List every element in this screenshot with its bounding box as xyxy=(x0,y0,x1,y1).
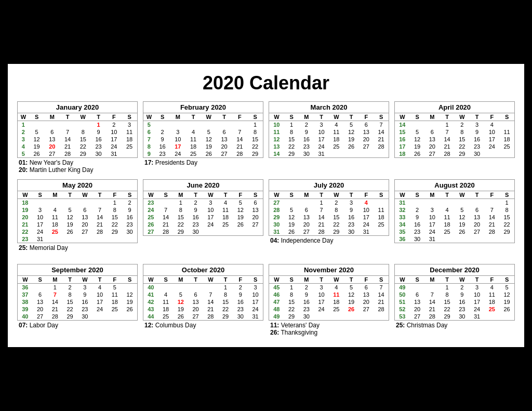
table-row: 19 3456789 xyxy=(18,206,137,214)
table-row: 31 1 xyxy=(395,199,514,207)
table-row: 5 1 xyxy=(143,121,263,129)
table-row: 10 1234567 xyxy=(269,121,389,129)
table-row: 52 20212223242526 xyxy=(395,306,514,313)
table-row: 14 293031 xyxy=(269,150,389,157)
table-row: 38 13141516171819 xyxy=(18,298,137,306)
table-row: 31 262728293031 xyxy=(269,228,389,235)
holiday-day: 12 xyxy=(178,299,184,305)
month-title-december: December 2020 xyxy=(395,264,514,275)
table-row: 5 26 27 28 29 30 31 xyxy=(18,150,137,157)
month-title-may: May 2020 xyxy=(18,180,137,191)
month-title-september: September 2020 xyxy=(18,264,137,275)
table-row: 23 31 xyxy=(18,235,137,243)
table-row: 25 14151617181920 xyxy=(143,214,263,221)
notes-march xyxy=(269,158,389,175)
table-row: 27 1234 xyxy=(269,199,389,207)
table-row: 23 123456 xyxy=(143,199,263,207)
holiday-day: 25 xyxy=(52,229,58,235)
table-row: 21 17181920212223 xyxy=(18,221,137,228)
month-title-january: January 2020 xyxy=(18,102,137,113)
table-row: 42 11121314151617 xyxy=(143,298,263,306)
holiday-day: 26 xyxy=(348,306,354,312)
header-t: T xyxy=(60,113,75,121)
table-row: 32 2345678 xyxy=(395,206,514,214)
month-title-february: February 2020 xyxy=(143,102,263,113)
table-row: 15 567891011 xyxy=(395,128,514,136)
notes-december: 25: Christmas Day xyxy=(394,321,515,330)
table-row: 18 12 xyxy=(18,199,137,207)
month-june: June 2020 WSMTWTFS 23 123456 24 xyxy=(143,179,263,260)
month-july: July 2020 WSMTWTFS 27 1234 28 xyxy=(269,179,389,260)
table-row: 9 23242526272829 xyxy=(143,150,263,157)
notes-january: 01: New Year's Day 20: Martin Luther Kin… xyxy=(17,158,138,175)
month-title-november: November 2020 xyxy=(269,264,389,275)
notes-july: 04: Independence Day xyxy=(269,236,389,246)
month-title-june: June 2020 xyxy=(143,180,263,191)
table-row: 4 19 20 21 22 23 24 25 xyxy=(18,143,137,150)
table-row: 35 23242526272829 xyxy=(395,228,514,235)
table-row: 46 891011121314 xyxy=(269,291,389,298)
month-title-october: October 2020 xyxy=(143,264,263,275)
table-row: 49 2930 xyxy=(269,313,389,320)
header-m: M xyxy=(44,113,60,121)
month-february: February 2020 WSMTWTFS 5 1 xyxy=(143,101,263,175)
table-row: 43 18192021222324 xyxy=(143,306,263,313)
table-row: 6 2345678 xyxy=(143,128,263,136)
table-row: 30 19202122232425 xyxy=(269,221,389,228)
header-f: F xyxy=(106,113,122,121)
month-august: August 2020 WSMTWTFS 31 1 32 xyxy=(394,179,515,260)
table-row: 2 5 6 7 8 9 10 11 xyxy=(18,128,137,136)
table-row: 48 22232425262728 xyxy=(269,306,389,313)
table-row: 40 27282930 xyxy=(18,313,137,320)
table-row: 50 6789101112 xyxy=(395,291,514,298)
month-september: September 2020 WSMTWTFS 36 12345 xyxy=(17,264,138,338)
holiday-day: 7 xyxy=(54,291,57,298)
table-row: 37 6789101112 xyxy=(18,291,137,298)
notes-october: 12: Columbus Day xyxy=(143,321,263,330)
table-row: 11 891011121314 xyxy=(269,128,389,136)
notes-april xyxy=(394,158,515,175)
table-row: 36 3031 xyxy=(395,235,514,243)
table-row: 3 12 13 14 15 16 17 18 xyxy=(18,136,137,143)
table-row: 13 22232425262728 xyxy=(269,143,389,150)
calendar-page: 2020 Calendar January 2020 W S M T W T F xyxy=(6,62,526,349)
header-w: W xyxy=(18,113,29,121)
table-row: 41 45678910 xyxy=(143,291,263,298)
month-title-march: March 2020 xyxy=(269,102,389,113)
holiday-day: 11 xyxy=(333,291,339,298)
table-row: 39 20212223242526 xyxy=(18,306,137,313)
notes-september: 07: Labor Day xyxy=(17,321,138,330)
month-january: January 2020 W S M T W T F S xyxy=(17,101,138,175)
table-row: 14 1234 xyxy=(395,121,514,129)
table-row: 24 78910111213 xyxy=(143,206,263,214)
month-april: April 2020 WSMTWTFS 14 1234 xyxy=(394,101,515,175)
holiday-day: 17 xyxy=(175,143,181,150)
month-october: October 2020 WSMTWTFS 40 123 41 xyxy=(143,264,263,338)
table-row: 34 16171819202122 xyxy=(395,221,514,228)
holiday-day: 25 xyxy=(489,306,495,312)
month-may: May 2020 WSMTWTFS 18 12 19 xyxy=(17,179,138,260)
table-row: 7 9101112131415 xyxy=(143,136,263,143)
page-title: 2020 Calendar xyxy=(17,72,515,94)
table-row: 51 13141516171819 xyxy=(395,298,514,306)
month-december: December 2020 WSMTWTFS 49 12345 50 xyxy=(394,264,515,338)
table-row: 18 2627282930 xyxy=(395,150,514,157)
calendar-grid: January 2020 W S M T W T F S xyxy=(17,101,515,338)
table-row: 27 282930 xyxy=(143,228,263,235)
header-s: S xyxy=(29,113,45,121)
month-title-april: April 2020 xyxy=(395,102,514,113)
table-row: 17 19202122232425 xyxy=(395,143,514,150)
table-row: 45 1234567 xyxy=(269,284,389,291)
table-row: 53 2728293031 xyxy=(395,313,514,320)
table-row: 36 12345 xyxy=(18,284,137,291)
header-w2: W xyxy=(75,113,91,121)
table-row: 28 567891011 xyxy=(269,206,389,214)
notes-august xyxy=(394,243,515,260)
notes-november: 11: Veterans' Day 26: Thanksgiving xyxy=(269,321,389,338)
month-march: March 2020 WSMTWTFS 10 1234567 11 xyxy=(269,101,389,175)
month-title-august: August 2020 xyxy=(395,180,514,191)
table-row: 16 12131415161718 xyxy=(395,136,514,143)
table-row: 47 15161718192021 xyxy=(269,298,389,306)
table-row: 26 21222324252627 xyxy=(143,221,263,228)
table-row: 8 16171819202122 xyxy=(143,143,263,150)
